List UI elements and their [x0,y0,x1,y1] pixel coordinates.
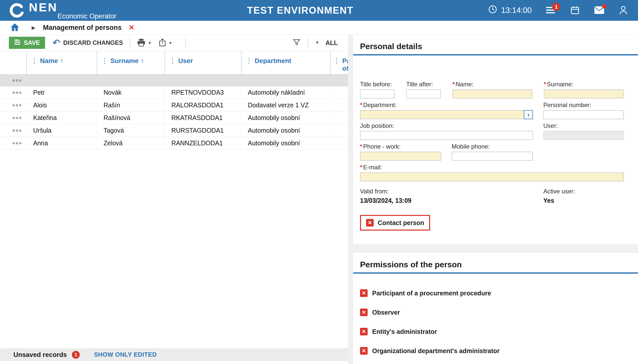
mobile-phone-input[interactable] [452,152,533,161]
job-position-input[interactable] [360,131,533,140]
content-area: SAVE ↶ DISCARD CHANGES ▼ [0,35,638,364]
cell-participant [330,137,348,149]
cell-surname: Rašín [97,99,165,111]
cell-name: Kateřina [26,112,97,124]
checkbox-crossed-icon[interactable]: ✕ [360,347,368,355]
floppy-disk-icon [14,39,21,47]
column-header-surname[interactable]: ⋮ Surname ↑ [97,51,165,74]
personal-details-form: Title before: Title after: *Name: *Surna… [360,81,624,231]
section-title-personal-details: Personal details [360,35,624,51]
row-menu-cell [0,99,26,111]
table-row[interactable]: Alois Rašín RALORASDODA1 Dodavatel verze… [0,99,348,112]
field-mobile-phone: Mobile phone: [452,143,533,161]
row-menu-cell [0,137,26,149]
row-menu-icon[interactable] [13,79,21,82]
sort-asc-icon: ↑ [141,57,144,65]
checkbox-crossed-icon[interactable]: ✕ [360,289,368,297]
print-button[interactable]: ▼ [137,38,152,47]
column-menu-icon[interactable]: ⋮ [169,57,176,64]
field-label: Mobile phone: [452,143,533,150]
calendar-button[interactable] [570,5,580,16]
chevron-down-icon[interactable]: ▼ [169,41,172,45]
export-button[interactable]: ▼ [158,38,172,47]
cell-name: Uršula [26,124,97,137]
valid-from-value: 13/03/2024, 13:09 [360,197,411,204]
name-input[interactable] [452,89,532,98]
show-only-edited-link[interactable]: SHOW ONLY EDITED [94,351,157,358]
field-valid-from: Valid from: 13/03/2024, 13:09 [360,188,411,204]
home-button[interactable] [10,23,19,32]
filter-row-cell[interactable] [0,75,26,86]
cell-surname: Tagová [97,124,165,137]
brand: NEN Economic Operator [29,1,116,20]
cell-surname: Zelová [97,137,165,149]
checkbox-crossed-icon[interactable]: ✕ [366,219,374,227]
column-menu-icon[interactable]: ⋮ [246,57,252,64]
close-tab-icon[interactable]: ✕ [129,24,134,32]
permission-label: Participant of a procurement procedure [372,290,491,297]
section-title-permissions: Permissions of the person [360,253,624,269]
discard-changes-button[interactable]: ↶ DISCARD CHANGES [53,38,123,47]
field-label: Job position: [360,122,533,129]
cell-participant [330,86,348,99]
breadcrumb-expand-icon[interactable]: ▶ [32,25,35,31]
cell-name: Petr [26,86,97,99]
row-menu-icon[interactable] [13,130,21,132]
breadcrumb: ▶ Management of persons ✕ [0,21,638,35]
field-label: Title before: [360,81,395,88]
cell-participant [330,112,348,124]
menu-button[interactable]: 1 [546,6,556,15]
row-menu-icon[interactable] [13,142,21,144]
brand-subtitle: Economic Operator [57,13,116,20]
checkbox-crossed-icon[interactable]: ✕ [360,328,368,335]
filter-row[interactable] [0,75,348,86]
row-menu-icon[interactable] [13,92,21,94]
column-header-user[interactable]: ⋮ User [165,51,241,74]
filter-button[interactable] [293,38,301,47]
column-menu-icon[interactable]: ⋮ [31,57,38,64]
surname-input[interactable] [544,89,624,98]
row-menu-icon[interactable] [13,104,21,106]
column-menu-icon[interactable]: ⋮ [101,57,108,64]
field-label: *Phone - work: [360,143,441,150]
printer-icon [137,38,146,47]
persons-table: ⋮ Name ↑ ⋮ Surname ↑ ⋮ User ⋮ Department [0,51,348,348]
user-profile-button[interactable] [619,5,628,16]
unsaved-records-bar: Unsaved records 1 SHOW ONLY EDITED [0,348,348,361]
email-input[interactable] [360,172,624,181]
row-menu-icon[interactable] [13,117,21,119]
toolbar-divider [130,38,130,48]
permissions-list: ✕ Participant of a procurement procedure… [360,289,624,355]
chevron-down-icon[interactable]: ▼ [148,41,152,45]
toolbar-divider [308,38,308,48]
section-underline [353,54,638,55]
table-row[interactable]: Anna Zelová RANNZELDODA1 Automobily osob… [0,137,348,150]
required-marker: * [544,81,546,88]
column-header-department[interactable]: ⋮ Department [241,51,330,74]
save-button[interactable]: SAVE [9,37,45,49]
title-after-input[interactable] [406,89,441,98]
personal-details-card: Personal details Title before: Title aft… [353,35,638,244]
column-header-participant[interactable]: ⋮ Pa of [330,51,348,74]
table-row[interactable]: Petr Novák RPETNOVDODA3 Automobily nákla… [0,86,348,99]
checkbox-crossed-icon[interactable]: ✕ [360,309,368,316]
mail-button[interactable] [594,6,605,15]
cell-surname: Rašínová [97,112,165,124]
cell-surname: Novák [97,86,165,99]
table-row[interactable]: Kateřina Rašínová RKATRASDODA1 Automobil… [0,112,348,124]
filter-dropdown-icon[interactable]: ▼ [315,40,320,45]
filter-all-button[interactable]: ALL [325,39,338,47]
cell-name: Alois [26,99,97,111]
department-lookup-button[interactable]: › [524,110,533,119]
column-header-name[interactable]: ⋮ Name ↑ [26,51,97,74]
app-header: NEN Economic Operator TEST ENVIRONMENT 1… [0,0,638,21]
table-row[interactable]: Uršula Tagová RURSTAGDODA1 Automobily os… [0,124,348,137]
required-marker: * [452,81,455,88]
department-input[interactable] [360,110,533,119]
field-phone-work: *Phone - work: [360,143,441,161]
field-surname: *Surname: [544,81,624,98]
column-menu-icon[interactable]: ⋮ [333,57,340,64]
personal-number-input[interactable] [543,110,624,119]
phone-work-input[interactable] [360,152,441,161]
title-before-input[interactable] [360,89,395,98]
